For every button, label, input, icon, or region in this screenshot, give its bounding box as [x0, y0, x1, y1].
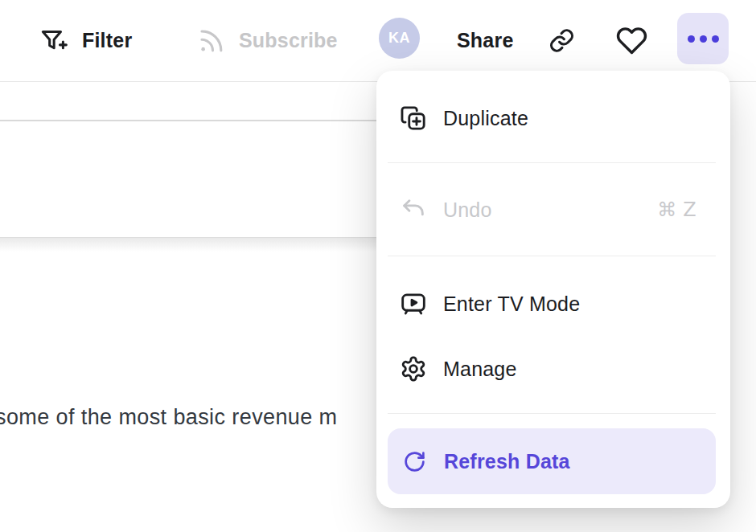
subscribe-label: Subscribe [239, 29, 338, 52]
gear-icon [400, 355, 427, 383]
share-label: Share [457, 29, 513, 52]
menu-item-undo: Undo ⌘ Z [376, 187, 730, 232]
menu-item-label: Enter TV Mode [443, 293, 580, 316]
undo-shortcut: ⌘ Z [657, 198, 696, 221]
avatar[interactable]: KA [379, 18, 420, 59]
subscribe-button[interactable]: Subscribe [196, 0, 338, 81]
menu-item-manage[interactable]: Manage [376, 346, 730, 391]
context-menu: Duplicate Undo ⌘ Z Enter TV Mode [376, 71, 730, 508]
avatar-initials: KA [388, 30, 410, 47]
app-screen: Filter Subscribe KA Share [0, 0, 756, 532]
more-options-button[interactable] [677, 13, 729, 64]
link-icon [548, 27, 576, 55]
copy-link-button[interactable] [548, 0, 576, 81]
menu-divider [388, 413, 716, 414]
menu-item-duplicate[interactable]: Duplicate [376, 96, 730, 141]
share-button[interactable]: Share [457, 0, 513, 81]
duplicate-icon [400, 104, 427, 132]
menu-item-enter-tv-mode[interactable]: Enter TV Mode [376, 281, 730, 326]
filter-plus-icon [39, 26, 69, 56]
menu-item-refresh-data[interactable]: Refresh Data [388, 428, 716, 494]
menu-item-label: Duplicate [443, 107, 528, 130]
refresh-icon [403, 450, 426, 473]
heart-icon [616, 25, 647, 56]
toolbar: Filter Subscribe KA Share [0, 0, 756, 81]
menu-item-label: Refresh Data [444, 450, 570, 473]
ellipsis-icon [688, 35, 695, 43]
undo-icon [400, 196, 427, 223]
menu-divider [388, 256, 716, 256]
rss-icon [196, 26, 226, 55]
menu-divider [388, 162, 716, 163]
menu-item-label: Undo [443, 198, 492, 222]
favorite-button[interactable] [616, 0, 647, 81]
filter-button[interactable]: Filter [39, 0, 132, 81]
menu-item-label: Manage [443, 358, 517, 381]
filter-label: Filter [82, 29, 132, 52]
tv-play-icon [400, 290, 427, 317]
